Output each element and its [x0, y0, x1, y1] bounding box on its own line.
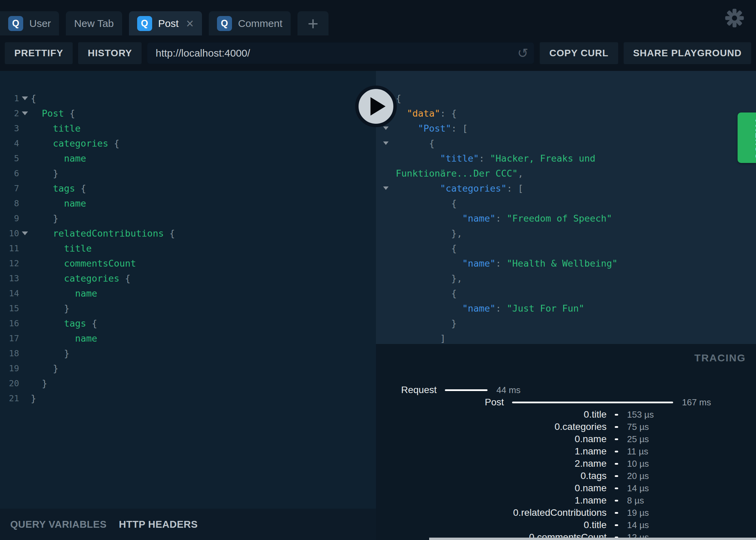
tracing-duration-value: 20 µs — [627, 471, 649, 481]
code-text: "name": "Just For Fun" — [396, 303, 584, 314]
toolbar: PRETTIFY HISTORY ↺ COPY CURL SHARE PLAYG… — [0, 35, 756, 71]
tracing-row: Post167 ms — [376, 396, 756, 408]
line-number: 21 — [0, 393, 19, 403]
http-headers-tab[interactable]: HTTP HEADERS — [119, 519, 198, 530]
tracing-row: Request44 ms — [376, 384, 756, 396]
code-text: categories { — [31, 138, 119, 149]
tab-list: QUserNew TabQPost×QComment+ — [0, 11, 329, 35]
code-line: { — [376, 91, 756, 106]
query-badge: Q — [217, 16, 232, 31]
tracing-duration-bar — [615, 524, 618, 526]
fold-gutter — [19, 96, 31, 100]
query-pane: 1{2 Post {3 title4 categories {5 name6 }… — [0, 71, 376, 540]
tracing-row: 0.tags20 µs — [376, 470, 756, 482]
schema-tab[interactable]: SCHEMA — [738, 112, 756, 163]
fold-arrow-icon[interactable] — [383, 186, 389, 190]
code-line: 7 tags { — [0, 181, 376, 196]
line-number: 3 — [0, 123, 19, 133]
tracing-duration-bar — [615, 463, 618, 465]
code-text: { — [396, 93, 401, 104]
tracing-row: 0.title153 µs — [376, 408, 756, 421]
tracing-duration-value: 25 µs — [627, 434, 649, 445]
tab-new-tab[interactable]: New Tab — [66, 11, 122, 35]
code-text: Post { — [31, 108, 75, 119]
tracing-duration-bar — [615, 414, 618, 416]
tracing-resolver-label: 2.name — [376, 458, 607, 469]
tab-label: Comment — [238, 18, 282, 29]
tracing-duration-value: 44 ms — [496, 385, 521, 395]
endpoint-url-input[interactable] — [147, 42, 534, 64]
tracing-rows: Request44 msPost167 ms0.title153 µs0.cat… — [376, 344, 756, 540]
code-line: } — [376, 316, 756, 331]
code-line: 14 name — [0, 286, 376, 301]
prettify-button[interactable]: PRETTIFY — [5, 42, 73, 64]
code-text: ] — [396, 333, 446, 344]
code-line: 4 categories { — [0, 136, 376, 151]
code-line: 8 name — [0, 196, 376, 211]
history-button[interactable]: HISTORY — [78, 42, 142, 64]
code-line: Funktionäre...Der CCC", — [376, 166, 756, 181]
new-tab-button[interactable]: + — [297, 11, 329, 35]
code-text: "categories": [ — [396, 183, 523, 194]
tracing-resolver-label: 0.name — [376, 483, 607, 494]
code-line: 5 name — [0, 151, 376, 166]
code-line: 13 categories { — [0, 271, 376, 286]
tracing-duration-value: 167 ms — [682, 397, 711, 408]
code-text: } — [31, 378, 47, 389]
schema-tab-label: SCHEMA — [754, 117, 756, 159]
fold-arrow-icon[interactable] — [22, 111, 28, 115]
horizontal-scrollbar[interactable] — [429, 538, 756, 540]
tracing-duration-bar — [445, 389, 488, 391]
tracing-duration-bar — [615, 426, 618, 428]
line-number: 11 — [0, 243, 19, 253]
response-viewer: { "data": { "Post": [ { "title": "Hacker… — [376, 71, 756, 344]
line-number: 20 — [0, 378, 19, 388]
fold-arrow-icon[interactable] — [22, 96, 28, 100]
tracing-duration-bar — [615, 438, 618, 440]
tracing-duration-value: 153 µs — [627, 409, 654, 420]
close-icon[interactable]: × — [186, 17, 194, 30]
tracing-row: 0.relatedContributions19 µs — [376, 507, 756, 519]
code-line: "name": "Freedom of Speech" — [376, 211, 756, 226]
tab-post[interactable]: QPost× — [129, 11, 202, 35]
share-playground-button[interactable]: SHARE PLAYGROUND — [624, 42, 751, 64]
settings-gear-icon[interactable] — [725, 8, 744, 28]
fold-arrow-icon[interactable] — [383, 126, 389, 130]
code-text: { — [396, 288, 457, 299]
query-badge: Q — [137, 16, 152, 31]
query-editor[interactable]: 1{2 Post {3 title4 categories {5 name6 }… — [0, 71, 376, 509]
line-number: 1 — [0, 93, 19, 103]
fold-arrow-icon[interactable] — [22, 231, 28, 235]
line-number: 16 — [0, 318, 19, 328]
query-variables-tab[interactable]: QUERY VARIABLES — [10, 519, 107, 530]
tracing-title: TRACING — [694, 352, 746, 364]
line-number: 8 — [0, 198, 19, 208]
code-line: "Post": [ — [376, 121, 756, 136]
fold-gutter — [19, 111, 31, 115]
code-line: { — [376, 136, 756, 151]
code-text: }, — [396, 228, 462, 239]
code-text: commentsCount — [31, 258, 136, 269]
code-line: 11 title — [0, 241, 376, 256]
line-number: 14 — [0, 288, 19, 298]
tracing-resolver-label: 0.relatedContributions — [376, 507, 607, 518]
tab-user[interactable]: QUser — [0, 11, 59, 35]
copy-curl-button[interactable]: COPY CURL — [540, 42, 618, 64]
fold-arrow-icon[interactable] — [383, 141, 389, 145]
code-line: 6 } — [0, 166, 376, 181]
tracing-row: 0.name14 µs — [376, 482, 756, 494]
execute-query-button[interactable] — [355, 86, 397, 127]
tracing-duration-value: 11 µs — [627, 446, 648, 457]
tracing-duration-value: 19 µs — [627, 508, 649, 518]
tracing-panel: TRACING Request44 msPost167 ms0.title153… — [376, 344, 756, 540]
reload-icon[interactable]: ↺ — [517, 46, 528, 61]
code-line: 18 } — [0, 346, 376, 361]
line-number: 7 — [0, 183, 19, 193]
code-text: }, — [396, 273, 462, 284]
code-text: Funktionäre...Der CCC", — [396, 168, 523, 179]
line-number: 10 — [0, 228, 19, 238]
tab-label: Post — [158, 18, 179, 29]
tracing-duration-bar — [615, 475, 618, 477]
code-line: 21} — [0, 391, 376, 406]
tab-comment[interactable]: QComment — [209, 11, 291, 35]
